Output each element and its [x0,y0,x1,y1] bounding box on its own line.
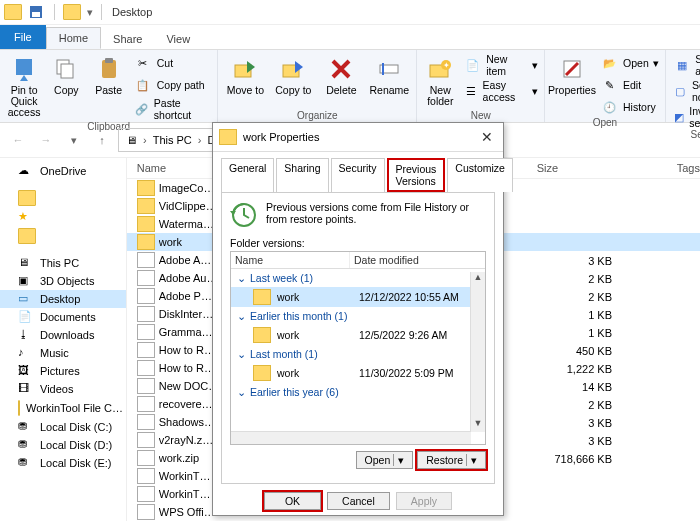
nav-music[interactable]: ♪Music [0,344,126,362]
file-size: 2 KB [532,270,612,288]
chevron-down-icon[interactable]: ▾ [87,6,93,19]
file-size: 3 KB [532,414,612,432]
nav-quick-item[interactable] [0,226,126,246]
properties-button[interactable]: Properties [551,53,593,96]
new-item-button[interactable]: 📄New item▾ [463,53,538,77]
tab-home[interactable]: Home [46,27,101,49]
file-name: VidClippe… [159,200,219,212]
nav-desktop[interactable]: ▭Desktop [0,290,126,308]
close-button[interactable]: ✕ [477,129,497,145]
version-group-header[interactable]: ⌄Earlier this year (6) [231,383,485,401]
vertical-scrollbar[interactable]: ▲ ▼ [470,272,485,432]
dialog-tabs: General Sharing Security Previous Versio… [213,152,503,192]
horizontal-scrollbar[interactable] [231,431,471,444]
file-name: WorkinT… [159,470,219,482]
copy-icon [52,55,80,83]
easy-access-button[interactable]: ☰Easy access▾ [463,79,538,103]
nav-pictures[interactable]: 🖼Pictures [0,362,126,380]
file-name: Waterma… [159,218,219,230]
nav-3d-objects[interactable]: ▣3D Objects [0,272,126,290]
down-arrow-icon[interactable]: ▼ [471,418,485,432]
nav-onedrive[interactable]: ☁OneDrive [0,162,126,180]
version-name: work [277,367,359,379]
copy-button[interactable]: Copy [48,53,84,96]
new-folder-button[interactable]: ✦ New folder [423,53,457,107]
back-button[interactable]: ← [6,128,30,152]
version-entry[interactable]: work11/30/2022 5:09 PM [231,363,485,383]
col-name[interactable]: Name [231,252,350,268]
tab-file[interactable]: File [0,25,46,49]
pin-to-quick-access-button[interactable]: Pin to Quick access [6,53,42,118]
paste-shortcut-button[interactable]: 🔗Paste shortcut [133,97,212,121]
nav-documents[interactable]: 📄Documents [0,308,126,326]
path-icon: 📋 [133,75,153,95]
col-date[interactable]: Date modified [350,252,485,268]
nav-quick-item[interactable]: ★ [0,208,126,226]
rename-button[interactable]: Rename [368,53,410,96]
paste-button[interactable]: Paste [90,53,126,96]
copy-to-button[interactable]: Copy to [272,53,314,96]
version-group-header[interactable]: ⌄Earlier this month (1) [231,307,485,325]
file-icon [137,306,155,322]
version-date: 11/30/2022 5:09 PM [359,367,454,379]
breadcrumb-this-pc[interactable]: This PC [149,134,196,146]
nav-workintool[interactable]: WorkinTool File C… [0,398,126,418]
nav-disk-e[interactable]: ⛃Local Disk (E:) [0,454,126,472]
file-size [532,216,612,234]
ok-button[interactable]: OK [264,492,321,510]
file-size: 450 KB [532,342,612,360]
open-button[interactable]: 📂Open▾ [599,53,659,73]
version-group-header[interactable]: ⌄Last week (1) [231,269,485,287]
tab-sharing[interactable]: Sharing [276,158,328,192]
nav-quick-item[interactable] [0,188,126,208]
chevron-right-icon: › [141,134,149,146]
restore-button[interactable]: Restore▾ [417,451,486,469]
menu-tabs: File Home Share View [0,25,700,50]
version-entry[interactable]: work12/12/2022 10:55 AM [231,287,485,307]
open-version-button[interactable]: Open▾ [356,451,414,469]
move-to-button[interactable]: Move to [224,53,266,96]
svg-rect-5 [61,64,73,78]
chevron-down-icon: ⌄ [237,310,246,322]
tab-share[interactable]: Share [101,29,154,49]
nav-disk-c[interactable]: ⛃Local Disk (C:) [0,418,126,436]
cancel-button[interactable]: Cancel [327,492,390,510]
select-none-button[interactable]: ▢Select none [672,79,700,103]
tab-security[interactable]: Security [331,158,385,192]
forward-button[interactable]: → [34,128,58,152]
cut-button[interactable]: ✂Cut [133,53,212,73]
invert-selection-button[interactable]: ◩Invert selection [672,105,700,129]
folder-icon [137,198,155,214]
disk-icon: ⛃ [18,438,34,452]
version-group-header[interactable]: ⌄Last month (1) [231,345,485,363]
nav-disk-d[interactable]: ⛃Local Disk (D:) [0,436,126,454]
select-all-icon: ▦ [672,55,692,75]
select-none-icon: ▢ [672,81,688,101]
nav-downloads[interactable]: ⭳Downloads [0,326,126,344]
nav-this-pc[interactable]: 🖥This PC [0,254,126,272]
tab-customize[interactable]: Customize [447,158,513,192]
apply-button[interactable]: Apply [396,492,452,510]
pc-icon: 🖥 [121,130,141,150]
downloads-icon: ⭳ [18,328,34,342]
nav-videos[interactable]: 🎞Videos [0,380,126,398]
select-all-button[interactable]: ▦Select all [672,53,700,77]
chevron-down-icon: ▾ [393,454,404,466]
delete-button[interactable]: Delete [320,53,362,96]
tab-view[interactable]: View [154,29,202,49]
up-button[interactable]: ↑ [90,128,114,152]
file-name: WorkinT… [159,488,219,500]
tab-previous-versions[interactable]: Previous Versions [387,158,446,192]
col-tags[interactable]: Tags [657,162,700,174]
pictures-icon: 🖼 [18,364,34,378]
copy-path-button[interactable]: 📋Copy path [133,75,212,95]
tab-general[interactable]: General [221,158,274,192]
up-arrow-icon[interactable]: ▲ [471,272,485,286]
version-entry[interactable]: work12/5/2022 9:26 AM [231,325,485,345]
versions-list: Name Date modified ⌄Last week (1)work12/… [230,251,486,445]
recent-locations-button[interactable]: ▾ [62,128,86,152]
edit-button[interactable]: ✎Edit [599,75,659,95]
dialog-titlebar[interactable]: work Properties ✕ [213,123,503,152]
history-button[interactable]: 🕘History [599,97,659,117]
save-icon[interactable] [26,2,46,22]
